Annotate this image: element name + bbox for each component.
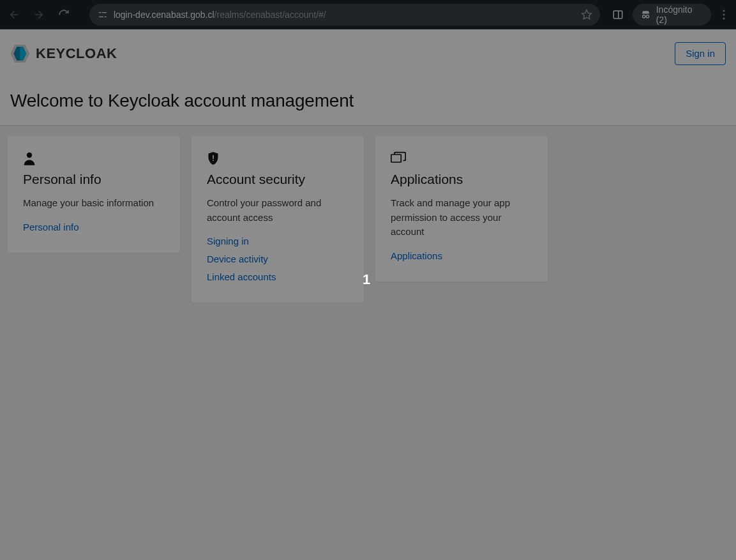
reload-icon — [58, 9, 70, 20]
signin-button[interactable]: Sign in — [675, 42, 726, 65]
site-controls-icon[interactable] — [97, 9, 109, 20]
arrow-left-icon — [8, 9, 20, 20]
card-personal-info: Personal info Manage your basic informat… — [8, 136, 180, 253]
svg-rect-19 — [213, 155, 214, 159]
page-content: KEYCLOAK Sign in Welcome to Keycloak acc… — [0, 29, 736, 560]
incognito-label: Incógnito (2) — [656, 4, 703, 25]
page-title: Welcome to Keycloak account management — [10, 91, 726, 111]
svg-point-12 — [723, 10, 725, 11]
signin-label: Sign in — [686, 48, 715, 59]
link-signing-in[interactable]: Signing in — [207, 234, 349, 249]
svg-rect-5 — [105, 17, 107, 17]
svg-point-18 — [27, 153, 32, 158]
svg-rect-3 — [102, 12, 107, 13]
windows-icon — [391, 151, 532, 165]
svg-point-13 — [723, 13, 725, 15]
browser-toolbar: login-dev.cenabast.gob.cl/realms/cenabas… — [0, 0, 736, 29]
link-device-activity[interactable]: Device activity — [207, 252, 349, 267]
kebab-icon — [723, 10, 725, 20]
back-button[interactable] — [4, 4, 25, 26]
keycloak-header: KEYCLOAK Sign in — [0, 29, 736, 78]
svg-rect-2 — [99, 12, 101, 13]
card-title: Applications — [391, 172, 532, 187]
forward-button[interactable] — [29, 4, 50, 26]
welcome-banner: Welcome to Keycloak account management — [0, 78, 736, 126]
card-title: Personal info — [23, 172, 165, 187]
incognito-indicator[interactable]: Incógnito (2) — [633, 4, 712, 26]
panel-icon — [612, 9, 624, 20]
shield-icon — [207, 151, 349, 165]
keycloak-logo: KEYCLOAK — [10, 45, 117, 63]
url-host: login-dev.cenabast.gob.cl/realms/cenabas… — [114, 10, 326, 20]
svg-point-14 — [723, 17, 725, 19]
chrome-menu-button[interactable] — [715, 4, 732, 26]
svg-point-10 — [646, 15, 649, 18]
svg-rect-21 — [391, 155, 401, 162]
link-personal-info[interactable]: Personal info — [23, 220, 165, 235]
card-desc: Manage your basic information — [23, 196, 165, 211]
link-applications[interactable]: Applications — [391, 248, 532, 264]
card-applications: Applications Track and manage your app p… — [375, 136, 548, 282]
annotation-marker: 1 — [363, 271, 370, 288]
reload-button[interactable] — [53, 4, 74, 26]
card-title: Account security — [207, 172, 349, 187]
address-bar[interactable]: login-dev.cenabast.gob.cl/realms/cenabas… — [89, 4, 600, 26]
bookmark-star-icon[interactable] — [581, 9, 592, 20]
svg-rect-20 — [213, 160, 214, 162]
link-linked-accounts[interactable]: Linked accounts — [207, 269, 349, 285]
brand-name: KEYCLOAK — [36, 45, 117, 62]
card-account-security: Account security Control your password a… — [192, 136, 364, 303]
user-icon — [23, 151, 165, 165]
arrow-right-icon — [33, 9, 45, 20]
svg-point-9 — [642, 15, 645, 18]
incognito-icon — [640, 9, 651, 20]
keycloak-logo-icon — [10, 45, 32, 63]
card-desc: Track and manage your app permission to … — [391, 196, 532, 239]
card-desc: Control your password and account access — [207, 196, 349, 225]
svg-marker-6 — [582, 10, 591, 19]
side-panel-button[interactable] — [608, 4, 629, 26]
svg-rect-4 — [99, 17, 103, 17]
